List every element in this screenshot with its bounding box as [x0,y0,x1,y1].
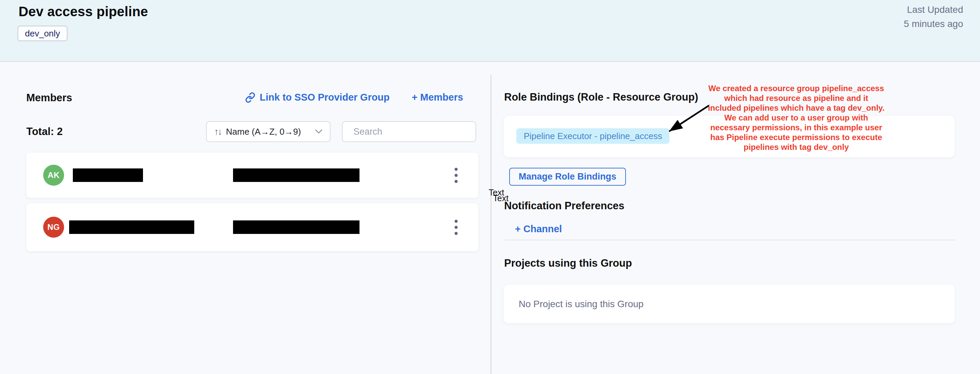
last-updated-label: Last Updated [904,3,963,17]
notification-preferences-heading: Notification Preferences [504,200,625,212]
search-input[interactable] [353,126,473,137]
page-header: Dev access pipeline dev_only Last Update… [0,0,980,62]
section-divider [504,240,955,240]
sso-link-label: Link to SSO Provider Group [260,92,390,103]
projects-card: No Project is using this Group [504,284,955,323]
role-binding-chip[interactable]: Pipeline Executor - pipeline_access [516,128,670,144]
chevron-down-icon [315,129,322,134]
member-row[interactable]: NG [26,203,478,251]
member-avatar: NG [43,217,64,238]
redacted-member-name [69,221,194,234]
annotation-note: We created a resource group pipeline_acc… [702,83,891,152]
page-title: Dev access pipeline [19,4,148,19]
redacted-member-name [73,168,143,182]
member-options-kebab-icon[interactable] [449,216,463,238]
member-avatar: AK [43,165,64,185]
search-input-wrapper [342,121,476,142]
annotation-arrow-icon [658,101,715,138]
last-updated: Last Updated 5 minutes ago [904,3,963,31]
sort-dropdown-value: Name (A→Z, 0→9) [226,126,310,137]
annotation-line: pipelines with tag dev_only [702,142,891,152]
projects-empty-message: No Project is using this Group [519,299,643,310]
annotation-line: We created a resource group pipeline_acc… [702,83,891,93]
last-updated-value: 5 minutes ago [904,17,963,31]
redacted-member-email [233,168,360,182]
sort-dropdown[interactable]: ↑↓ Name (A→Z, 0→9) [206,121,331,142]
annotation-line: We can add user to a user group with [702,113,891,123]
member-options-kebab-icon[interactable] [449,165,463,186]
redacted-member-email [233,221,360,234]
manage-role-bindings-button[interactable]: Manage Role Bindings [509,168,626,185]
add-channel-button[interactable]: + Channel [515,224,562,235]
annotation-line: has Pipeline execute permissions to exec… [702,132,891,142]
group-tag: dev_only [18,26,67,41]
member-row[interactable]: AK [26,153,478,198]
link-to-sso-provider-group-button[interactable]: Link to SSO Provider Group [245,92,390,103]
add-members-button[interactable]: + Members [412,92,463,103]
link-icon [245,92,256,103]
annotation-line: included pipelines which have a tag dev_… [702,103,891,113]
members-heading: Members [26,92,72,104]
annotation-line: which had resource as pipeline and it [702,93,891,103]
members-total: Total: 2 [26,126,63,138]
sort-order-icon: ↑↓ [214,126,221,137]
projects-heading: Projects using this Group [504,257,632,269]
panel-divider [491,75,492,374]
annotation-line: necessary permissions, in this example u… [702,123,891,132]
